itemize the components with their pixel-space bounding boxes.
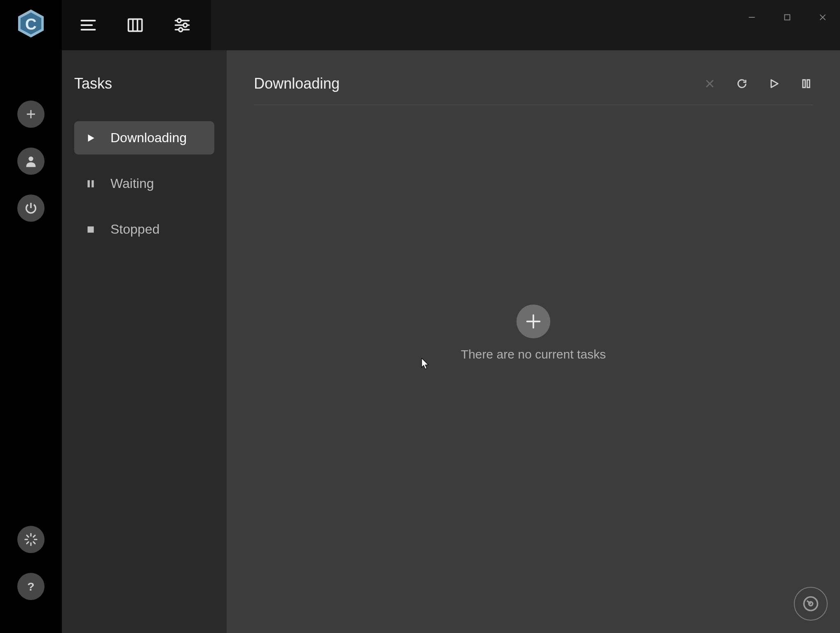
menu-icon [79,16,97,34]
close-button[interactable] [817,12,828,23]
body: Tasks Downloading Waiting [62,50,840,633]
refresh-icon [736,78,748,89]
help-icon: ? [24,579,38,593]
sidebar-item-stopped[interactable]: Stopped [74,213,214,246]
empty-state-text: There are no current tasks [461,347,606,361]
svg-line-10 [27,542,28,544]
plus-icon [524,312,543,331]
topbar [62,0,840,50]
maximize-icon [783,13,792,22]
app-logo: C [16,8,46,39]
user-button[interactable] [17,148,45,175]
film-icon [126,16,144,34]
close-icon [818,13,827,22]
play-action-button[interactable] [767,77,781,90]
sidebar-item-label: Downloading [110,130,187,145]
sidebar-title: Tasks [74,75,214,92]
svg-rect-31 [92,180,94,187]
settings-sliders-button[interactable] [173,16,191,34]
sidebar-item-label: Waiting [110,176,154,191]
app-rail: C ? [0,0,62,633]
sidebar-item-waiting[interactable]: Waiting [74,167,214,200]
topbar-left-group [62,0,211,50]
svg-point-24 [179,28,183,31]
film-button[interactable] [126,16,144,34]
play-icon [85,132,96,144]
app-root: C ? [0,0,840,633]
content-area: Downloading [227,50,840,633]
svg-rect-30 [87,180,89,187]
svg-marker-29 [88,134,94,141]
power-icon [24,201,38,215]
svg-line-6 [27,535,28,537]
sliders-icon [173,16,191,34]
menu-button[interactable] [79,16,97,34]
power-button[interactable] [17,195,45,222]
add-task-empty-button[interactable] [516,305,550,338]
svg-text:C: C [25,15,37,33]
speedometer-icon [802,595,820,613]
svg-point-20 [177,19,181,22]
svg-marker-35 [771,80,778,88]
svg-line-11 [33,535,35,537]
play-icon [768,78,780,89]
minimize-button[interactable] [746,12,758,23]
svg-rect-37 [807,80,809,88]
svg-text:?: ? [27,580,34,593]
svg-point-3 [28,157,33,161]
refresh-action-button[interactable] [735,77,748,90]
content-header: Downloading [254,75,813,105]
cancel-action-button[interactable] [703,77,716,90]
svg-rect-32 [87,226,94,232]
pause-icon [800,78,812,89]
svg-line-7 [33,542,35,544]
sidebar: Tasks Downloading Waiting [62,50,227,633]
content-header-actions [703,77,813,90]
x-icon [704,78,716,89]
sidebar-item-downloading[interactable]: Downloading [74,121,214,155]
plus-icon [24,107,38,121]
sidebar-item-label: Stopped [110,222,160,237]
speedometer-float-button[interactable] [794,587,828,621]
add-task-button[interactable] [17,101,45,128]
content-title: Downloading [254,75,340,92]
empty-state: There are no current tasks [461,305,606,361]
pause-icon [85,178,96,190]
main-area: Tasks Downloading Waiting [62,0,840,633]
spinner-icon [24,532,38,546]
maximize-button[interactable] [781,12,793,23]
window-controls [746,12,828,23]
loading-button[interactable] [17,526,45,553]
svg-point-22 [183,23,187,27]
help-button[interactable]: ? [17,573,45,600]
user-icon [24,154,38,168]
svg-rect-36 [803,80,805,88]
svg-rect-26 [785,15,790,20]
minimize-icon [747,13,756,22]
stop-icon [85,224,96,235]
svg-rect-16 [129,19,142,31]
pause-action-button[interactable] [800,77,813,90]
